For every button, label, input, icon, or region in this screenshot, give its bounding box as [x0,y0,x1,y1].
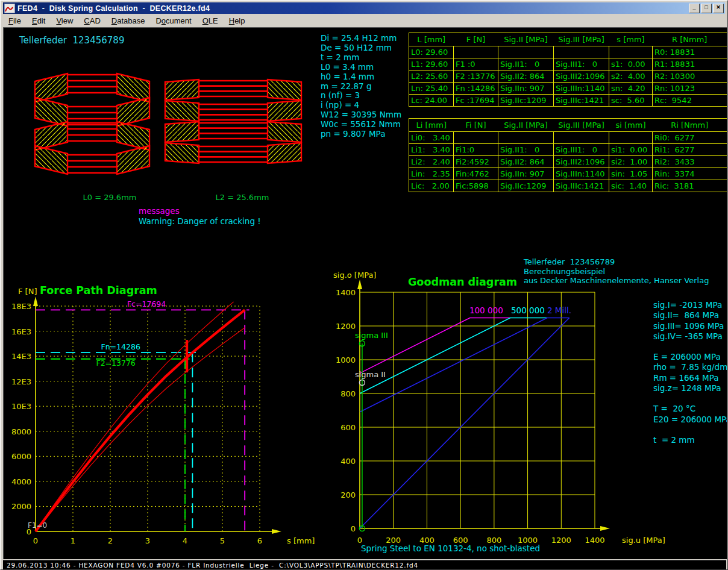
table-cell: L2: 25.60 [409,70,454,83]
svg-text:4: 4 [183,536,187,545]
goodman-header-text: Tellerfeder 123456789Berechnungsbeispiel… [524,257,709,286]
svg-text:12E3: 12E3 [11,377,31,386]
menu-help[interactable]: Help [224,15,251,27]
svg-text:1200: 1200 [336,322,356,331]
table-cell [554,132,609,144]
table-cell: Li0: 3.40 [409,132,454,144]
parameter-line: t = 2 mm [321,53,401,63]
table-cell: Sig.II2: 864 [498,70,554,83]
side-panel-line: t = 2 mm [653,435,727,445]
table-cell: Sig.IIIn:1140 [554,83,609,95]
table-cell: Ri2: 3433 [653,156,727,168]
table-cell: Sig.III1: 0 [554,58,609,70]
svg-text:14E3: 14E3 [11,352,31,361]
results-table-single-disc: Li [mm]Fi [N]Sig.II [MPa]Sig.III [MPa]si… [409,118,727,192]
svg-text:4000: 4000 [11,477,31,486]
table-cell: Sig.IIc:1209 [498,95,554,107]
svg-text:10E3: 10E3 [11,402,31,411]
side-panel-line: sig.I= -2013 MPa [653,300,727,310]
table-cell: Sig.IIIn:1140 [554,168,609,180]
svg-text:sig.o [MPa]: sig.o [MPa] [333,271,376,280]
side-panel-line: T = 20 °C [653,404,727,414]
svg-text:1200: 1200 [551,536,571,545]
column-header: R [Nmm] [653,33,727,46]
table-cell: L1: 29.60 [409,58,454,70]
status-text: 29.06.2013 10:46 - HEXAGON FED4 V6.0 #00… [3,562,418,569]
table-row: L2: 25.60F2 :13776Sig.II2: 864Sig.III2:1… [409,70,727,83]
table-row: Lin: 2.35Fin:4762Sig.IIn: 907Sig.IIIn:11… [409,168,727,180]
table-cell: F1 :0 [454,58,498,70]
svg-text:8000: 8000 [11,427,31,436]
parameter-line: W12 = 30395 Nmm [321,110,401,120]
column-header: Sig.II [MPa] [498,119,554,132]
parameter-line: De = 50 H12 mm [321,43,401,53]
goodman-chart: 0200400600800100012001400020040060080010… [329,269,703,559]
table-cell: Ln: 25.40 [409,83,454,95]
svg-text:6000: 6000 [11,452,31,461]
app-window: FED4 - Disk Spring Calculation - DECKER1… [0,0,728,570]
svg-text:F1=0: F1=0 [28,521,47,530]
menu-database[interactable]: Database [106,15,151,27]
table-cell [498,46,554,58]
table-cell: Sig.III2:1096 [554,70,609,83]
svg-text:2000: 2000 [11,502,31,511]
table-cell: Sig.IIIc:1421 [554,180,609,192]
table-cell: sin: 1.05 [609,168,653,180]
table-row: Li0: 3.40Ri0: 6277 [409,132,727,144]
table-cell [454,46,498,58]
svg-text:5: 5 [220,536,225,545]
svg-text:1000: 1000 [336,355,356,365]
column-header: Fi [N] [454,119,498,132]
svg-text:200: 200 [340,490,356,500]
table-cell: Sig.IIn: 907 [498,168,554,180]
table-row: Li2: 2.40Fi2:4592Sig.II2: 864Sig.III2:10… [409,156,727,168]
table-cell: Sig.II1: 0 [498,58,554,70]
table-cell: Sig.IIIc:1421 [554,95,609,107]
table-cell: Rin: 3374 [653,168,727,180]
parameter-line: pn = 9.807 MPa [321,130,401,139]
table-cell: Li1: 3.40 [409,144,454,156]
goodman-side-panel: sig.I= -2013 MPasig.II= 864 MPasig.III= … [653,300,727,445]
warning-message: Warning: Danger of cracking ! [139,216,261,226]
menu-file[interactable]: File [3,15,27,27]
svg-text:100 000: 100 000 [469,305,503,315]
svg-text:F2=13776: F2=13776 [96,359,135,368]
side-panel-line: rho = 7.85 kg/dm3 [653,362,727,372]
svg-text:1400: 1400 [336,288,356,297]
svg-text:Goodman diagram: Goodman diagram [408,276,517,288]
menu-document[interactable]: Document [150,15,196,27]
table-cell: L0: 29.60 [409,46,454,58]
table-row: Lic: 2.00Fic:5898Sig.IIc:1209Sig.IIIc:14… [409,180,727,192]
table-cell: Rc: 9542 [653,95,727,107]
drawing-canvas: Tellerfeder 123456789 L0 = 29.6mm L2 = 2… [3,27,727,559]
spring-parameters: Di = 25.4 H12 mmDe = 50 H12 mmt = 2 mmL0… [321,34,401,139]
parameter-line: h0 = 1.4 mm [321,72,401,82]
svg-text:1: 1 [71,536,75,545]
table-cell: Lin: 2.35 [409,168,454,180]
menu-edit[interactable]: Edit [27,15,51,27]
table-cell: sic: 1.40 [609,180,653,192]
menu-ole[interactable]: OLE [197,15,224,27]
menu-cad[interactable]: CAD [78,15,105,27]
disk-spring-drawing [4,64,317,202]
column-header: F [N] [454,33,498,46]
table-cell: sc: 5.60 [609,95,653,107]
table-cell: Li2: 2.40 [409,156,454,168]
parameter-line: L0 = 3.4 mm [321,63,401,72]
table-cell: si2: 1.00 [609,156,653,168]
svg-text:16E3: 16E3 [11,327,31,336]
table-cell: Sig.IIn: 907 [498,83,554,95]
close-button[interactable]: ✕ [713,4,724,13]
table-cell: Sig.III1: 0 [554,144,609,156]
table-row: L0: 29.60R0: 18831 [409,46,727,58]
maximize-button[interactable]: □ [701,4,712,13]
svg-text:400: 400 [340,457,356,466]
goodman-header-line: Berechnungsbeispiel [524,267,709,277]
table-cell: Fin:4762 [454,168,498,180]
svg-text:sig.u [MPa]: sig.u [MPa] [622,536,665,545]
goodman-header-line: Tellerfeder 123456789 [524,257,709,267]
menu-view[interactable]: View [51,15,78,27]
parameter-line: n (nf) = 3 [321,91,401,101]
minimize-button[interactable]: _ [689,4,700,13]
table-cell: F2 :13776 [454,70,498,83]
